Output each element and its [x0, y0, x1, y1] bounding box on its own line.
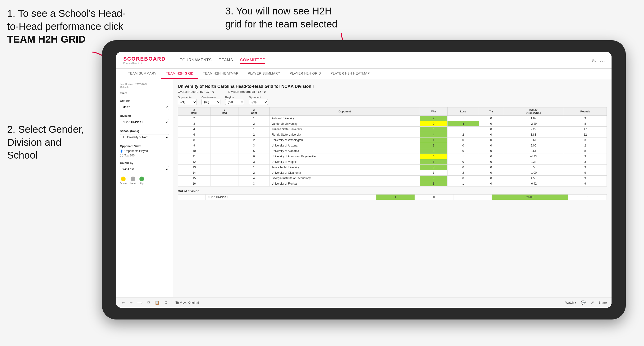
opponent-view-section: Opponent View Opponents Played Top 100	[120, 145, 169, 157]
annotation-3: 3. You will now see H2H grid for the tea…	[225, 5, 386, 30]
col-win: Win	[420, 107, 448, 116]
nav-links: TOURNAMENTS TEAMS COMMITTEE	[180, 57, 580, 64]
tablet: SCOREBOARD Powered by clippi TOURNAMENTS…	[102, 40, 626, 320]
table-row: 62Florida State University4201.8312	[178, 132, 607, 138]
tablet-screen: SCOREBOARD Powered by clippi TOURNAMENTS…	[116, 52, 612, 308]
grid-records: Overall Record: 89 - 17 - 0 Division Rec…	[178, 90, 607, 93]
school-section: School (Rank) 1. University of Nort...	[120, 130, 169, 140]
table-row: 32Vanderbilt University040-2.298	[178, 121, 607, 127]
right-content: University of North Carolina Head-to-Hea…	[173, 79, 612, 297]
nav-teams[interactable]: TEAMS	[219, 57, 233, 64]
col-rounds: Rounds	[564, 107, 606, 116]
grid-title: University of North Carolina Head-to-Hea…	[178, 84, 607, 89]
legend-level-dot	[130, 176, 135, 181]
subnav-player-h2h-grid[interactable]: PLAYER H2H GRID	[285, 69, 326, 79]
table-row: 163University of Florida310-6.429	[178, 181, 607, 186]
undo-button[interactable]: ↩	[121, 300, 126, 306]
table-row: 123University of Virginia1002.333	[178, 159, 607, 165]
subnav-team-h2h-grid[interactable]: TEAM H2H GRID	[161, 69, 198, 79]
filter-row: Opponents: (All) Conference (All) Region	[178, 96, 607, 105]
gender-select[interactable]: Men's	[120, 104, 169, 110]
table-row: 105University of Alabama3002.618	[178, 148, 607, 154]
gender-section: Gender Men's	[120, 99, 169, 110]
navbar: SCOREBOARD Powered by clippi TOURNAMENTS…	[116, 52, 612, 69]
radio-opponents-played[interactable]: Opponents Played	[120, 149, 169, 153]
radio-group: Opponents Played Top 100	[120, 149, 169, 157]
opponents-filter: Opponents: (All)	[178, 96, 197, 105]
col-tie: Tie	[479, 107, 503, 116]
toolbar-right: Watch ▾ 💬 ⤢ Share	[565, 300, 607, 306]
col-reg: #Reg	[210, 107, 238, 116]
colour-section: Colour by Win/Loss	[120, 162, 169, 172]
bottom-toolbar: ↩ ↪ ⟶ ⧉ 📋 ⚙ 🎬 View: Original Watch ▾ 💬 ⤢…	[116, 297, 612, 308]
nav-committee[interactable]: COMMITTEE	[240, 57, 265, 64]
subnav: TEAM SUMMARY TEAM H2H GRID TEAM H2H HEAT…	[116, 69, 612, 79]
grid-header: University of North Carolina Head-to-Hea…	[178, 84, 607, 93]
legend-down-dot	[121, 176, 126, 181]
subnav-team-h2h-heatmap[interactable]: TEAM H2H HEATMAP	[198, 69, 243, 79]
table-row: 131Texas Tech University3005.569	[178, 165, 607, 170]
comment-button[interactable]: 💬	[580, 300, 586, 306]
subnav-player-summary[interactable]: PLAYER SUMMARY	[243, 69, 285, 79]
forward-button[interactable]: ⟶	[136, 300, 144, 306]
conference-select[interactable]: (All)	[202, 99, 220, 105]
logo: SCOREBOARD Powered by clippi	[123, 56, 166, 65]
annotation-1: 1. To see a School's Head- to-Head perfo…	[7, 7, 126, 46]
colour-select[interactable]: Win/Loss	[120, 166, 169, 172]
opponents-select[interactable]: (All)	[178, 99, 197, 105]
table-row: 154Georgia Institute of Technology6004.5…	[178, 175, 607, 181]
col-opponent: Opponent	[270, 107, 420, 116]
main-content: Last Updated: 27/03/2024 16:55:38 Team G…	[116, 79, 612, 297]
view-label: 🎬 View: Original	[175, 301, 199, 304]
team-section: Team	[120, 92, 169, 95]
share-button[interactable]: Share	[598, 301, 607, 304]
region-filter: Region (All)	[225, 96, 244, 105]
division-section: Division NCAA Division I	[120, 114, 169, 125]
out-of-division-table: NCAA Division II 1 0 0 26.00 3	[178, 194, 607, 200]
table-row: 21Auburn University2101.679	[178, 116, 607, 121]
division-select[interactable]: NCAA Division I	[120, 119, 169, 125]
expand-button[interactable]: ⤢	[590, 300, 595, 306]
conference-filter: Conference (All)	[202, 96, 220, 105]
radio-top-100[interactable]: Top 100	[120, 154, 169, 157]
last-updated: Last Updated: 27/03/2024 16:55:38	[120, 83, 169, 88]
table-row: 82University of Washington1003.673	[178, 138, 607, 143]
col-diff: Diff AvStrokes/Rnd	[503, 107, 564, 116]
table-row: 93University of Arizona1009.002	[178, 143, 607, 148]
paste-button[interactable]: 📋	[154, 300, 160, 306]
sign-out-link[interactable]: | Sign out	[590, 58, 604, 62]
divider-1	[172, 300, 172, 305]
col-conf: #Conf	[238, 107, 270, 116]
out-of-division-header: Out of division	[178, 189, 607, 193]
table-row: NCAA Division II 1 0 0 26.00 3	[178, 194, 607, 200]
subnav-player-h2h-heatmap[interactable]: PLAYER H2H HEATMAP	[326, 69, 375, 79]
watch-button[interactable]: Watch ▾	[565, 301, 576, 304]
opponent-filter: Opponent (All)	[249, 96, 268, 105]
table-row: 142University of Oklahoma120-1.009	[178, 170, 607, 175]
table-row: 41Arizona State University5102.2917	[178, 127, 607, 132]
legend-up-dot	[139, 176, 144, 181]
table-row: 116University of Arkansas, Fayetteville0…	[178, 154, 607, 159]
settings-button[interactable]: ⚙	[164, 300, 168, 306]
col-loss: Loss	[447, 107, 479, 116]
opponent-select[interactable]: (All)	[249, 99, 268, 105]
school-select[interactable]: 1. University of Nort...	[120, 134, 169, 140]
data-table: #Rank #Reg #Conf Opponent Win Loss Tie D…	[178, 107, 607, 186]
nav-tournaments[interactable]: TOURNAMENTS	[180, 57, 212, 64]
left-panel: Last Updated: 27/03/2024 16:55:38 Team G…	[116, 79, 173, 297]
redo-button[interactable]: ↪	[129, 300, 133, 306]
col-rank: #Rank	[178, 107, 210, 116]
region-select[interactable]: (All)	[225, 99, 244, 105]
copy-button[interactable]: ⧉	[147, 300, 151, 306]
color-legend: Down Level Up	[120, 176, 169, 185]
annotation-2: 2. Select Gender, Division and School	[7, 123, 107, 162]
subnav-team-summary[interactable]: TEAM SUMMARY	[123, 69, 161, 79]
